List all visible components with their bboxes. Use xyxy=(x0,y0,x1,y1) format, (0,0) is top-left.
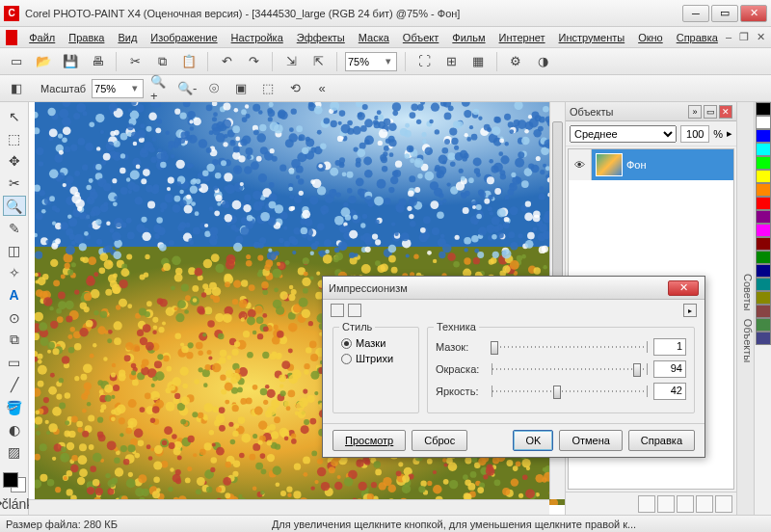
doc-minimize-button[interactable]: – xyxy=(726,31,731,43)
menu-file[interactable]: Файл xyxy=(23,30,61,45)
menu-image[interactable]: Изображение xyxy=(145,30,223,45)
rulers-button[interactable]: ⊞ xyxy=(440,51,462,72)
docker-close-button[interactable]: ✕ xyxy=(719,105,732,119)
zoom-combo[interactable]: ▾ xyxy=(345,52,397,71)
color-swatch[interactable] xyxy=(756,291,771,305)
doc-close-button[interactable]: ✕ xyxy=(757,31,765,43)
color-swatch[interactable] xyxy=(756,210,771,224)
preview-single-button[interactable] xyxy=(331,304,344,317)
docker-options-button[interactable]: » xyxy=(688,105,702,119)
opacity-input[interactable] xyxy=(680,125,709,143)
docker-tabs[interactable]: Советы Объекты xyxy=(736,102,754,515)
color-swatch[interactable] xyxy=(756,332,771,345)
menu-window[interactable]: Окно xyxy=(632,30,669,45)
paste-button[interactable]: 📋 xyxy=(178,51,199,72)
color-swatch[interactable] xyxy=(756,170,771,183)
zoom-all-button[interactable]: « xyxy=(311,78,332,99)
color-swatch[interactable] xyxy=(756,237,771,251)
mask-transform-tool[interactable]: ✥ xyxy=(3,150,26,171)
line-tool[interactable]: ╱ xyxy=(3,375,26,395)
help-button[interactable]: Справка xyxy=(628,430,695,451)
dab-slider[interactable] xyxy=(492,341,648,353)
fullscreen-button[interactable]: ⛶ xyxy=(413,51,435,72)
zoom-input[interactable] xyxy=(348,56,383,67)
dialog-titlebar[interactable]: Импрессионизм ✕ xyxy=(323,277,705,300)
zoom-fit-button[interactable]: ▣ xyxy=(230,78,252,99)
grid-button[interactable]: ▦ xyxy=(467,51,489,72)
color-swatch[interactable] xyxy=(756,156,771,170)
ok-button[interactable]: OK xyxy=(513,430,553,451)
color-swatch[interactable] xyxy=(3,472,26,492)
coloration-slider[interactable] xyxy=(492,363,648,375)
transparency-tool[interactable]: ▨ xyxy=(3,442,26,463)
redeye-tool[interactable]: ⊙ xyxy=(3,307,26,328)
radio-strokes[interactable]: Штрихи xyxy=(341,353,411,364)
color-swatch[interactable] xyxy=(756,224,771,237)
interactive-fill-tool[interactable]: ◐ xyxy=(3,419,26,439)
preview-button[interactable]: Просмотр xyxy=(332,430,406,451)
export-button[interactable]: ⇱ xyxy=(307,51,329,72)
cut-button[interactable]: ✂ xyxy=(124,51,146,72)
zoom-prev-button[interactable]: ⟲ xyxy=(284,78,306,99)
color-swatch[interactable] xyxy=(756,318,771,332)
brightness-slider[interactable] xyxy=(492,386,648,397)
zoom-out-button[interactable]: 🔍- xyxy=(176,78,198,99)
horizontal-scrollbar[interactable] xyxy=(29,499,549,515)
eyedropper-tool[interactable]: ✎ xyxy=(3,218,26,238)
dialog-flyout-button[interactable]: ▸ xyxy=(683,304,697,317)
color-swatch[interactable] xyxy=(756,102,771,116)
blend-mode-select[interactable]: Среднее xyxy=(570,125,677,143)
reset-colors[interactable]: �články xyxy=(3,494,26,515)
redo-button[interactable]: ↷ xyxy=(243,51,264,72)
menu-movie[interactable]: Фильм xyxy=(446,30,491,45)
pick-tool[interactable]: ↖ xyxy=(3,106,26,126)
menu-tools[interactable]: Инструменты xyxy=(553,30,631,45)
chevron-down-icon[interactable]: ▾ xyxy=(129,82,141,94)
eraser-tool[interactable]: ◫ xyxy=(3,240,26,260)
close-button[interactable]: ✕ xyxy=(740,5,767,22)
zoom-100-button[interactable]: ⦾ xyxy=(203,78,225,99)
scale-input[interactable] xyxy=(94,83,129,94)
layer-row[interactable]: 👁 Фон xyxy=(569,149,733,180)
text-tool[interactable]: A xyxy=(3,285,26,306)
dialog-close-button[interactable]: ✕ xyxy=(668,280,699,296)
brightness-value[interactable]: 42 xyxy=(653,383,686,400)
color-swatch[interactable] xyxy=(756,197,771,210)
reset-button[interactable]: Сброс xyxy=(412,430,467,451)
color-palette[interactable] xyxy=(754,102,771,515)
maximize-button[interactable]: ▭ xyxy=(711,5,738,22)
color-swatch[interactable] xyxy=(756,183,771,197)
zoom-in-button[interactable]: 🔍+ xyxy=(149,78,171,99)
clone-tool[interactable]: ⧉ xyxy=(3,330,26,350)
new-lens-button[interactable] xyxy=(677,495,694,513)
zoom-sel-button[interactable]: ⬚ xyxy=(257,78,279,99)
launcher-button[interactable]: ⚙ xyxy=(505,51,526,72)
opacity-flyout-icon[interactable]: ▸ xyxy=(727,127,732,140)
combine-button[interactable] xyxy=(696,495,713,513)
prop-icon[interactable]: ◧ xyxy=(6,78,27,99)
dab-value[interactable]: 1 xyxy=(653,338,686,356)
color-swatch[interactable] xyxy=(756,264,771,278)
print-button[interactable]: 🖶 xyxy=(87,51,108,72)
docker-collapse-button[interactable]: ▭ xyxy=(704,105,717,119)
crop-tool[interactable]: ✂ xyxy=(3,173,26,194)
menu-web[interactable]: Интернет xyxy=(493,30,551,45)
color-swatch[interactable] xyxy=(756,143,771,156)
color-swatch[interactable] xyxy=(756,278,771,291)
delete-object-button[interactable] xyxy=(715,495,732,513)
color-swatch[interactable] xyxy=(756,251,771,264)
copy-button[interactable]: ⧉ xyxy=(151,51,173,72)
cancel-button[interactable]: Отмена xyxy=(559,430,622,451)
zoom-tool[interactable]: 🔍 xyxy=(3,196,26,216)
menu-adjust[interactable]: Настройка xyxy=(226,30,289,45)
color-swatch[interactable] xyxy=(756,305,771,318)
coloration-value[interactable]: 94 xyxy=(653,360,686,378)
color-swatch[interactable] xyxy=(756,116,771,129)
new-button[interactable]: ▭ xyxy=(6,51,27,72)
doc-restore-button[interactable]: ❐ xyxy=(739,31,749,43)
undo-button[interactable]: ↶ xyxy=(216,51,237,72)
chevron-down-icon[interactable]: ▾ xyxy=(383,55,394,67)
save-button[interactable]: 💾 xyxy=(60,51,81,72)
scale-combo[interactable]: ▾ xyxy=(92,79,144,98)
menu-mask[interactable]: Маска xyxy=(353,30,395,45)
